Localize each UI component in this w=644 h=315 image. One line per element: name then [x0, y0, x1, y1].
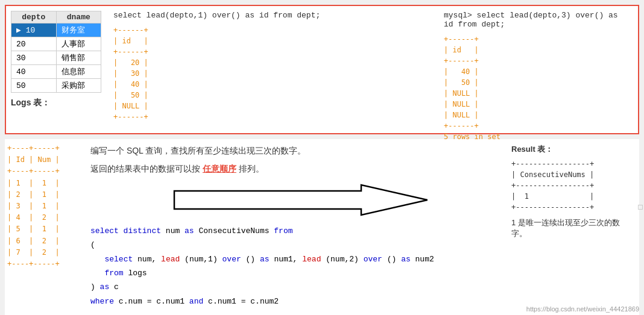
svg-marker-0 — [174, 185, 428, 215]
logs-label: Logs 表： — [11, 98, 107, 108]
result-note: 1 是唯一连续出现至少三次的数字。 — [511, 217, 634, 239]
sql-select: select distinct — [90, 226, 161, 235]
logs-table-section: +----+-----+ | Id | Num | +----+-----+ |… — [5, 139, 83, 315]
result-section: Result 表： +-----------------+ | Consecut… — [507, 139, 639, 315]
table-row: ▶ 10 财务室 — [11, 23, 101, 37]
sql1-result: +------+ | id | +------+ | 20 | | 30 | |… — [113, 25, 434, 122]
source-url: https://blog.csdn.net/weixin_44421869 — [526, 305, 639, 313]
row-indicator: ▶ 10 — [11, 23, 57, 37]
result-label: Result 表： — [511, 144, 634, 155]
table-row: 30 销售部 — [11, 51, 101, 65]
sql2-code: mysql> select lead(depto,3) over() as id… — [444, 11, 630, 29]
sql1-code: select lead(depto,1) over() as id from d… — [113, 11, 434, 20]
sql2-block: mysql> select lead(depto,3) over() as id… — [440, 11, 633, 128]
db-table-container: depto dname ▶ 10 财务室 20 人事部 30 销售部 — [11, 11, 107, 128]
arrow-container — [90, 182, 499, 218]
sql-query-block: select distinct num as ConsecutiveNums f… — [90, 224, 499, 308]
table-row: 40 信息部 — [11, 65, 101, 79]
dname-cell: 财务室 — [56, 23, 101, 37]
col-dname: dname — [56, 11, 101, 23]
dept-table: depto dname ▶ 10 财务室 20 人事部 30 销售部 — [11, 11, 101, 93]
table-row: 20 人事部 — [11, 37, 101, 51]
top-section: depto dname ▶ 10 财务室 20 人事部 30 销售部 — [5, 5, 639, 134]
decorative-square — [638, 205, 643, 210]
table-row: 50 采购部 — [11, 79, 101, 93]
arrow-svg — [162, 182, 428, 218]
sql1-block: select lead(depto,1) over() as id from d… — [107, 11, 440, 128]
sql2-result: +------+ | id | +------+ | 40 | | 50 | |… — [444, 34, 630, 142]
desc-text-1: 编写一个 SQL 查询，查找所有至少连续出现三次的数字。 — [90, 144, 499, 157]
col-depto: depto — [11, 11, 57, 23]
bottom-section: +----+-----+ | Id | Num | +----+-----+ |… — [5, 139, 639, 315]
desc-text-2: 返回的结果表中的数据可以按 任意顺序 排列。 — [90, 162, 499, 175]
description-section: 编写一个 SQL 查询，查找所有至少连续出现三次的数字。 返回的结果表中的数据可… — [83, 139, 507, 315]
result-table-ascii: +-----------------+ | ConsecutiveNums | … — [511, 158, 634, 213]
highlight-text: 任意顺序 — [203, 164, 236, 173]
